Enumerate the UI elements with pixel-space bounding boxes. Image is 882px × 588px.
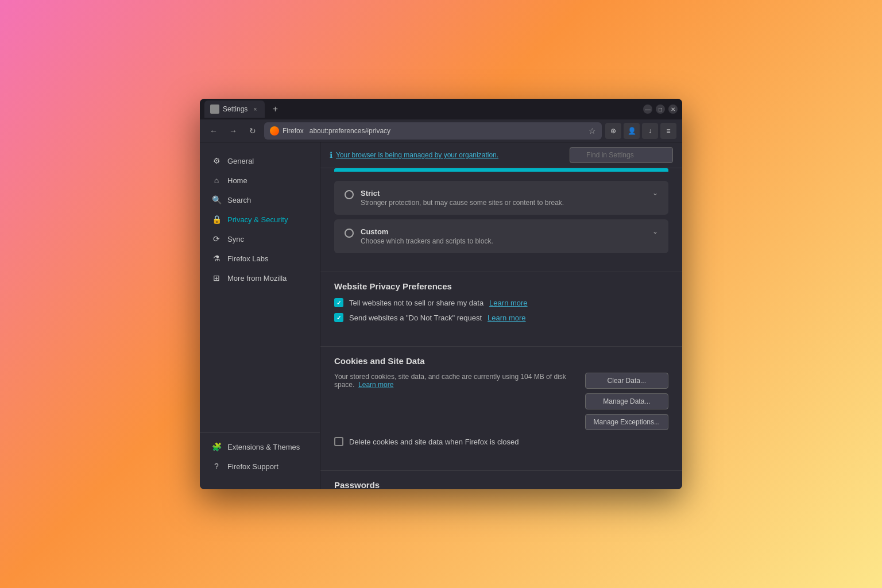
- sidebar-bottom: 🧩 Extensions & Themes ? Firefox Support: [200, 432, 320, 480]
- tab-close-button[interactable]: ×: [251, 105, 259, 113]
- sidebar-item-mozilla[interactable]: ⊞ More from Mozilla: [204, 269, 315, 287]
- window-controls: — □ ✕: [643, 105, 678, 114]
- toolbar-icon-3[interactable]: ↓: [642, 123, 658, 139]
- manage-exceptions-button[interactable]: Manage Exceptions...: [585, 414, 668, 430]
- website-privacy-title: Website Privacy Preferences: [334, 281, 668, 291]
- do-not-track-label: Send websites a "Do Not Track" request: [349, 314, 482, 322]
- new-tab-button[interactable]: +: [267, 101, 283, 117]
- forward-button[interactable]: →: [225, 123, 241, 139]
- toolbar-icon-2[interactable]: 👤: [624, 123, 640, 139]
- labs-icon: ⚗: [211, 254, 222, 263]
- sidebar-label-privacy: Privacy & Security: [227, 215, 288, 224]
- sidebar-item-general[interactable]: ⚙ General: [204, 152, 315, 170]
- tracking-section: Strict Stronger protection, but may caus…: [320, 172, 682, 262]
- cookies-title: Cookies and Site Data: [334, 356, 668, 366]
- mozilla-icon: ⊞: [211, 273, 222, 283]
- sidebar-item-sync[interactable]: ⟳ Sync: [204, 230, 315, 248]
- cookies-left: Your stored cookies, site data, and cach…: [334, 373, 574, 393]
- delete-cookies-row: Delete cookies and site data when Firefo…: [334, 437, 668, 446]
- minimize-button[interactable]: —: [643, 105, 652, 114]
- org-managed-link[interactable]: Your browser is being managed by your or…: [336, 151, 498, 159]
- back-button[interactable]: ←: [206, 123, 222, 139]
- divider-3: [320, 470, 682, 471]
- menu-button[interactable]: ≡: [660, 123, 676, 139]
- sidebar-item-privacy[interactable]: 🔒 Privacy & Security: [204, 210, 315, 229]
- refresh-button[interactable]: ↻: [245, 123, 261, 139]
- general-icon: ⚙: [211, 156, 222, 165]
- sidebar-label-search: Search: [227, 196, 251, 204]
- firefox-logo: [270, 126, 279, 136]
- privacy-icon: 🔒: [211, 215, 222, 224]
- close-button[interactable]: ✕: [668, 105, 678, 114]
- info-icon: ℹ: [330, 150, 332, 160]
- cookies-learn-more[interactable]: Learn more: [358, 381, 393, 389]
- maximize-button[interactable]: □: [656, 105, 665, 114]
- no-sell-checkbox[interactable]: ✓: [334, 298, 343, 307]
- sidebar: ⚙ General ⌂ Home 🔍 Search 🔒 Privacy & Se…: [200, 142, 320, 489]
- sidebar-label-support: Firefox Support: [227, 462, 278, 471]
- strict-radio[interactable]: [345, 190, 354, 199]
- do-not-track-check: ✓: [336, 315, 341, 321]
- sidebar-label-extensions: Extensions & Themes: [227, 443, 300, 451]
- strict-description: Stronger protection, but may cause some …: [361, 199, 564, 207]
- sidebar-item-firefox-labs[interactable]: ⚗ Firefox Labs: [204, 249, 315, 268]
- clear-data-button[interactable]: Clear Data...: [585, 373, 668, 389]
- passwords-section: Passwords ✓ Ask to save passwords ✓: [320, 480, 682, 489]
- strict-option-text: Strict Stronger protection, but may caus…: [361, 189, 564, 207]
- strict-expand-icon[interactable]: ⌄: [652, 189, 658, 197]
- find-settings-input[interactable]: [570, 147, 673, 163]
- cookies-section: Cookies and Site Data Your stored cookie…: [320, 356, 682, 461]
- sidebar-item-support[interactable]: ? Firefox Support: [204, 457, 315, 475]
- strict-label: Strict: [361, 189, 564, 198]
- manage-data-button[interactable]: Manage Data...: [585, 393, 668, 409]
- search-icon: 🔍: [211, 195, 222, 204]
- custom-option[interactable]: Custom Choose which trackers and scripts…: [334, 219, 668, 253]
- main-panel: ℹ Your browser is being managed by your …: [320, 142, 682, 489]
- sidebar-label-home: Home: [227, 176, 247, 185]
- toolbar-icon-1[interactable]: ⊕: [605, 123, 621, 139]
- strict-option[interactable]: Strict Stronger protection, but may caus…: [334, 181, 668, 215]
- passwords-title: Passwords: [334, 480, 668, 489]
- top-bar: ℹ Your browser is being managed by your …: [320, 142, 682, 168]
- settings-tab[interactable]: Settings ×: [204, 100, 265, 118]
- delete-cookies-label: Delete cookies and site data when Firefo…: [349, 438, 519, 446]
- home-icon: ⌂: [211, 176, 222, 185]
- divider-1: [320, 272, 682, 272]
- no-sell-learn-more[interactable]: Learn more: [489, 299, 527, 307]
- info-bar: ℹ Your browser is being managed by your …: [330, 150, 498, 160]
- address-bar[interactable]: Firefox about:preferences#privacy ☆: [264, 122, 602, 140]
- cookies-with-buttons: Your stored cookies, site data, and cach…: [334, 373, 668, 430]
- address-url: about:preferences#privacy: [310, 127, 390, 135]
- no-sell-check: ✓: [336, 300, 341, 306]
- sync-icon: ⟳: [211, 234, 222, 243]
- content-area: ⚙ General ⌂ Home 🔍 Search 🔒 Privacy & Se…: [200, 142, 682, 489]
- sidebar-label-general: General: [227, 157, 254, 165]
- title-bar: Settings × + — □ ✕: [200, 99, 682, 119]
- custom-label: Custom: [361, 227, 493, 236]
- custom-option-text: Custom Choose which trackers and scripts…: [361, 227, 493, 245]
- do-not-track-row: ✓ Send websites a "Do Not Track" request…: [334, 313, 668, 322]
- sidebar-label-sync: Sync: [227, 235, 244, 243]
- do-not-track-learn-more[interactable]: Learn more: [488, 314, 525, 322]
- tab-favicon: [210, 105, 219, 114]
- divider-2: [320, 346, 682, 347]
- sidebar-nav: ⚙ General ⌂ Home 🔍 Search 🔒 Privacy & Se…: [200, 152, 320, 432]
- sidebar-label-mozilla: More from Mozilla: [227, 274, 287, 283]
- support-icon: ?: [211, 462, 222, 471]
- custom-description: Choose which trackers and scripts to blo…: [361, 237, 493, 245]
- custom-radio[interactable]: [345, 229, 354, 238]
- do-not-track-checkbox[interactable]: ✓: [334, 313, 343, 322]
- address-text: Firefox about:preferences#privacy: [283, 127, 585, 135]
- sidebar-item-extensions[interactable]: 🧩 Extensions & Themes: [204, 438, 315, 456]
- sidebar-label-labs: Firefox Labs: [227, 254, 269, 263]
- custom-expand-icon[interactable]: ⌄: [652, 227, 658, 235]
- delete-cookies-checkbox[interactable]: [334, 437, 343, 446]
- website-privacy-section: Website Privacy Preferences ✓ Tell websi…: [320, 281, 682, 337]
- sidebar-item-home[interactable]: ⌂ Home: [204, 171, 315, 189]
- toolbar-icons: ⊕ 👤 ↓ ≡: [605, 123, 676, 139]
- no-sell-row: ✓ Tell websites not to sell or share my …: [334, 298, 668, 307]
- bookmark-star[interactable]: ☆: [589, 126, 596, 136]
- toolbar: ← → ↻ Firefox about:preferences#privacy …: [200, 119, 682, 142]
- sidebar-item-search[interactable]: 🔍 Search: [204, 191, 315, 209]
- browser-window: Settings × + — □ ✕ ← → ↻ Firefox about:p…: [200, 99, 682, 489]
